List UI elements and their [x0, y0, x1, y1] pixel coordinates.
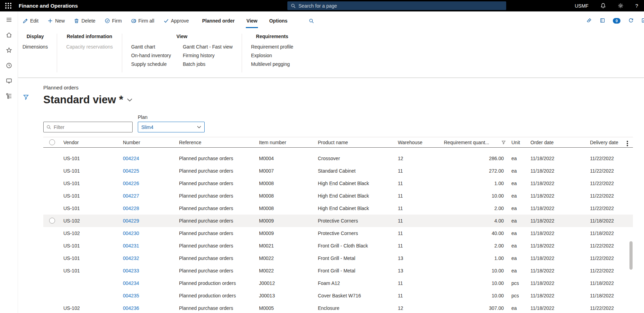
table-row[interactable]: US-101 004228 Planned purchase orders M0… [43, 202, 633, 215]
tab-options[interactable]: Options [269, 18, 287, 24]
quick-filter-input[interactable] [54, 124, 129, 130]
cell-number-link[interactable]: 004224 [123, 156, 139, 161]
table-row[interactable]: US-101 004225 Planned purchase orders M0… [43, 165, 633, 177]
edit-button[interactable]: Edit [23, 18, 38, 24]
global-search-box[interactable]: Search for a page [287, 1, 506, 10]
column-header-warehouse[interactable]: Warehouse [395, 137, 441, 148]
notifications-button[interactable] [594, 0, 612, 11]
column-header-vendor[interactable]: Vendor [61, 137, 120, 148]
cell-number-link[interactable]: 004225 [123, 168, 139, 174]
sidebar-modules-button[interactable] [0, 88, 18, 104]
cell-number-link[interactable]: 004226 [123, 181, 139, 186]
firm-button[interactable]: Firm [105, 18, 122, 24]
column-header-delivery-date[interactable]: Delivery date [587, 137, 622, 148]
table-row[interactable]: US-102 004229 Planned purchase orders M0… [43, 215, 633, 227]
clear-filter-button[interactable] [586, 18, 592, 24]
sidebar-workspaces-button[interactable] [0, 73, 18, 88]
cell-vendor [61, 289, 120, 302]
tab-view[interactable]: View [247, 18, 258, 24]
row-select-radio[interactable] [49, 218, 55, 224]
multilevel-pegging-button[interactable]: Multilevel pegging [251, 60, 290, 69]
table-row[interactable]: US-101 004233 Planned purchase orders M0… [43, 264, 633, 277]
action-buttons: Edit New Delete Firm Firm all [23, 18, 189, 24]
filter-applied-icon[interactable] [501, 140, 506, 145]
tab-planned-order[interactable]: Planned order [202, 18, 235, 24]
firm-all-button[interactable]: Firm all [131, 18, 154, 24]
waffle-menu-button[interactable] [0, 0, 17, 11]
cell-number-link[interactable]: 004228 [123, 206, 139, 211]
column-header-product-name[interactable]: Product name [315, 137, 395, 148]
cell-number-link[interactable]: 004236 [123, 305, 139, 311]
action-search-button[interactable] [309, 18, 314, 24]
cell-product-name: High End Cabinet Black [315, 202, 395, 215]
explosion-button[interactable]: Explosion [251, 51, 272, 60]
requirement-profile-button[interactable]: Requirement profile [251, 43, 293, 51]
column-header-more[interactable] [622, 137, 633, 148]
column-header-requirement-quantity[interactable]: Requirement quant... [441, 137, 509, 148]
table-row[interactable]: US-101 004232 Planned purchase orders M0… [43, 252, 633, 264]
view-switcher[interactable]: Standard view * [43, 94, 644, 106]
on-hand-inventory-button[interactable]: On-hand inventory [131, 51, 171, 60]
cell-delivery-date: 11/22/2022 [587, 252, 622, 264]
column-header-reference[interactable]: Reference [176, 137, 256, 148]
quick-filter[interactable] [43, 122, 133, 132]
help-button[interactable]: ? [629, 0, 644, 11]
new-button[interactable]: New [47, 18, 65, 24]
column-header-unit[interactable]: Unit [509, 137, 528, 148]
cell-number-link[interactable]: 004235 [123, 293, 139, 298]
cell-number-link[interactable]: 004231 [123, 243, 139, 249]
cell-order-date: 11/18/2022 [528, 165, 587, 177]
cell-number-link[interactable]: 004230 [123, 231, 139, 236]
delete-button[interactable]: Delete [74, 18, 95, 24]
task-pane-button[interactable] [600, 18, 605, 24]
message-center-button[interactable]: 0 [613, 18, 620, 24]
sidebar-recent-button[interactable] [0, 58, 18, 73]
cell-requirement-quantity: 307.00 [441, 302, 509, 313]
new-label: New [55, 18, 65, 24]
sidebar-favorites-button[interactable] [0, 43, 18, 58]
sidebar-home-button[interactable] [0, 27, 18, 43]
approve-button[interactable]: Approve [163, 18, 189, 24]
supply-schedule-button[interactable]: Supply schedule [131, 60, 167, 69]
firming-history-button[interactable]: Firming history [183, 51, 215, 60]
cell-number-link[interactable]: 004234 [123, 280, 139, 286]
table-row[interactable]: 004234 Planned production orders J00012 … [43, 277, 633, 289]
table-row[interactable]: US-101 004226 Planned purchase orders M0… [43, 177, 633, 190]
firm-all-icon [131, 18, 136, 24]
gantt-chart-fast-view-button[interactable]: Gantt Chart - Fast view [183, 43, 233, 51]
refresh-button[interactable] [628, 18, 634, 24]
table-row[interactable]: US-102 004230 Planned purchase orders M0… [43, 227, 633, 240]
cell-number-link[interactable]: 004233 [123, 268, 139, 273]
batch-jobs-button[interactable]: Batch jobs [183, 60, 205, 69]
table-row[interactable]: US-101 004231 Planned purchase orders M0… [43, 240, 633, 252]
table-row[interactable]: US-102 004236 Planned purchase orders M0… [43, 302, 633, 313]
sidebar-menu-button[interactable] [0, 12, 18, 27]
table-row[interactable]: US-101 004224 Planned purchase orders M0… [43, 152, 633, 165]
grid-body: US-101 004224 Planned purchase orders M0… [43, 152, 633, 313]
expand-button[interactable] [641, 18, 644, 24]
select-all-radio[interactable] [49, 139, 55, 145]
cell-number-link[interactable]: 004227 [123, 193, 139, 199]
cell-product-name: High End Cabinet Black [315, 177, 395, 190]
cell-number-link[interactable]: 004232 [123, 255, 139, 261]
settings-button[interactable] [612, 0, 629, 11]
filter-pane-toggle[interactable] [23, 94, 29, 101]
app-shell: Edit New Delete Firm Firm all [0, 11, 644, 313]
table-row[interactable]: US-101 004227 Planned purchase orders M0… [43, 190, 633, 202]
company-picker[interactable]: USMF [569, 0, 594, 11]
firm-all-label: Firm all [138, 18, 154, 24]
plan-combobox[interactable]: Slim4 [138, 122, 205, 132]
column-header-item-number[interactable]: Item number [256, 137, 315, 148]
cell-reference: Planned purchase orders [176, 177, 256, 190]
cell-delivery-date: 11/22/2022 [587, 302, 622, 313]
cell-number-link[interactable]: 004229 [123, 218, 139, 224]
column-header-order-date[interactable]: Order date [528, 137, 587, 148]
gear-icon [618, 3, 624, 9]
dimensions-button[interactable]: Dimensions [23, 43, 48, 51]
cell-unit: pcs [509, 277, 528, 289]
gantt-chart-button[interactable]: Gantt chart [131, 43, 155, 51]
table-row[interactable]: 004235 Planned production orders J00013 … [43, 289, 633, 302]
column-header-number[interactable]: Number [120, 137, 176, 148]
app-title[interactable]: Finance and Operations [19, 3, 78, 9]
vertical-scrollbar-thumb[interactable] [629, 241, 633, 270]
